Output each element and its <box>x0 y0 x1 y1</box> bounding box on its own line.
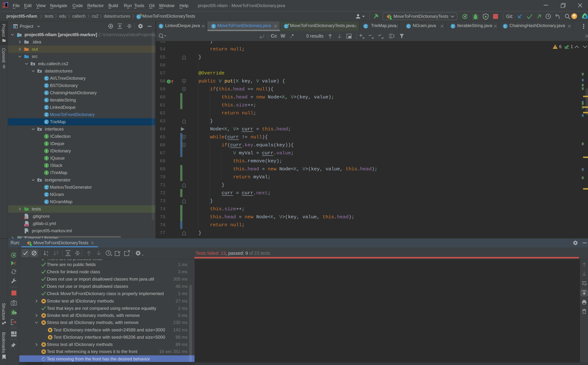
svg-text:I: I <box>46 156 47 160</box>
svg-text:C: C <box>45 91 48 95</box>
svg-text:C: C <box>45 186 48 189</box>
svg-text:I: I <box>46 142 47 146</box>
svg-text:C: C <box>365 25 367 28</box>
svg-text:C: C <box>45 120 48 124</box>
svg-text:C: C <box>45 84 48 88</box>
svg-text:C: C <box>45 98 48 102</box>
svg-text:C: C <box>504 25 506 28</box>
svg-text:I: I <box>46 135 47 138</box>
svg-text:C: C <box>45 113 48 117</box>
svg-text:C: C <box>137 15 140 19</box>
svg-text:C: C <box>45 77 48 80</box>
svg-text:C: C <box>45 193 48 197</box>
svg-text:a: a <box>47 250 48 253</box>
svg-text:z: z <box>47 253 48 256</box>
svg-text:C: C <box>160 25 162 28</box>
svg-text:I: I <box>46 149 47 153</box>
svg-text:C: C <box>45 106 48 109</box>
svg-text:C: C <box>45 200 48 204</box>
svg-text:C: C <box>407 25 410 28</box>
svg-text:C: C <box>212 25 215 28</box>
svg-text:I: I <box>46 164 47 168</box>
svg-text:YML: YML <box>25 224 28 226</box>
svg-text:I: I <box>46 171 47 175</box>
svg-text:C: C <box>452 25 454 28</box>
svg-text:C: C <box>285 25 287 28</box>
svg-text:I: I <box>168 80 169 83</box>
svg-text:!: ! <box>14 261 16 266</box>
svg-text:IJ: IJ <box>4 3 5 5</box>
